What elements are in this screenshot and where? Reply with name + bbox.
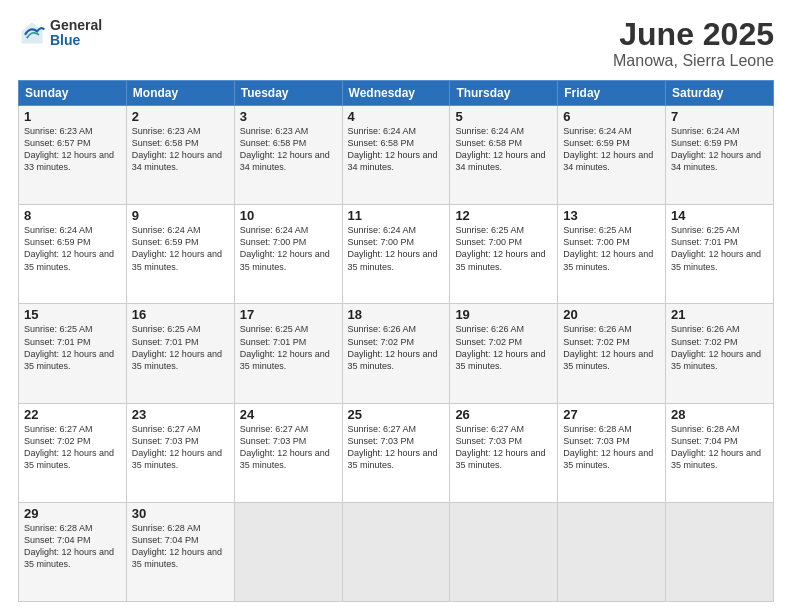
header-friday: Friday [558, 81, 666, 106]
logo-icon [18, 19, 46, 47]
day-number: 29 [24, 506, 121, 521]
title-block: June 2025 Manowa, Sierra Leone [613, 18, 774, 70]
day-number: 19 [455, 307, 552, 322]
day-cell: 2Sunrise: 6:23 AM Sunset: 6:58 PM Daylig… [126, 106, 234, 205]
logo: General Blue [18, 18, 102, 49]
calendar-table: SundayMondayTuesdayWednesdayThursdayFrid… [18, 80, 774, 602]
day-number: 17 [240, 307, 337, 322]
day-cell: 17Sunrise: 6:25 AM Sunset: 7:01 PM Dayli… [234, 304, 342, 403]
day-cell [450, 502, 558, 601]
logo-text: General Blue [50, 18, 102, 49]
day-content: Sunrise: 6:27 AM Sunset: 7:02 PM Dayligh… [24, 423, 121, 472]
calendar-subtitle: Manowa, Sierra Leone [613, 52, 774, 70]
day-number: 26 [455, 407, 552, 422]
day-cell: 7Sunrise: 6:24 AM Sunset: 6:59 PM Daylig… [666, 106, 774, 205]
week-row: 8Sunrise: 6:24 AM Sunset: 6:59 PM Daylig… [19, 205, 774, 304]
day-content: Sunrise: 6:25 AM Sunset: 7:01 PM Dayligh… [132, 323, 229, 372]
day-content: Sunrise: 6:24 AM Sunset: 6:59 PM Dayligh… [132, 224, 229, 273]
logo-general: General [50, 18, 102, 33]
day-cell: 29Sunrise: 6:28 AM Sunset: 7:04 PM Dayli… [19, 502, 127, 601]
day-number: 10 [240, 208, 337, 223]
day-content: Sunrise: 6:26 AM Sunset: 7:02 PM Dayligh… [455, 323, 552, 372]
header-thursday: Thursday [450, 81, 558, 106]
day-content: Sunrise: 6:28 AM Sunset: 7:04 PM Dayligh… [671, 423, 768, 472]
day-cell: 26Sunrise: 6:27 AM Sunset: 7:03 PM Dayli… [450, 403, 558, 502]
header-wednesday: Wednesday [342, 81, 450, 106]
day-cell: 25Sunrise: 6:27 AM Sunset: 7:03 PM Dayli… [342, 403, 450, 502]
day-cell: 9Sunrise: 6:24 AM Sunset: 6:59 PM Daylig… [126, 205, 234, 304]
day-number: 2 [132, 109, 229, 124]
header-sunday: Sunday [19, 81, 127, 106]
day-content: Sunrise: 6:24 AM Sunset: 6:59 PM Dayligh… [24, 224, 121, 273]
day-cell: 18Sunrise: 6:26 AM Sunset: 7:02 PM Dayli… [342, 304, 450, 403]
day-number: 4 [348, 109, 445, 124]
day-cell: 30Sunrise: 6:28 AM Sunset: 7:04 PM Dayli… [126, 502, 234, 601]
day-number: 22 [24, 407, 121, 422]
day-number: 1 [24, 109, 121, 124]
day-number: 30 [132, 506, 229, 521]
day-cell: 6Sunrise: 6:24 AM Sunset: 6:59 PM Daylig… [558, 106, 666, 205]
day-cell: 13Sunrise: 6:25 AM Sunset: 7:00 PM Dayli… [558, 205, 666, 304]
day-content: Sunrise: 6:26 AM Sunset: 7:02 PM Dayligh… [563, 323, 660, 372]
day-number: 18 [348, 307, 445, 322]
day-cell [234, 502, 342, 601]
header-saturday: Saturday [666, 81, 774, 106]
day-cell: 16Sunrise: 6:25 AM Sunset: 7:01 PM Dayli… [126, 304, 234, 403]
day-number: 9 [132, 208, 229, 223]
week-row: 29Sunrise: 6:28 AM Sunset: 7:04 PM Dayli… [19, 502, 774, 601]
day-cell: 22Sunrise: 6:27 AM Sunset: 7:02 PM Dayli… [19, 403, 127, 502]
day-number: 3 [240, 109, 337, 124]
day-cell: 14Sunrise: 6:25 AM Sunset: 7:01 PM Dayli… [666, 205, 774, 304]
day-content: Sunrise: 6:24 AM Sunset: 6:59 PM Dayligh… [563, 125, 660, 174]
day-content: Sunrise: 6:27 AM Sunset: 7:03 PM Dayligh… [455, 423, 552, 472]
day-number: 15 [24, 307, 121, 322]
day-cell [666, 502, 774, 601]
week-row: 15Sunrise: 6:25 AM Sunset: 7:01 PM Dayli… [19, 304, 774, 403]
day-number: 16 [132, 307, 229, 322]
day-content: Sunrise: 6:23 AM Sunset: 6:58 PM Dayligh… [240, 125, 337, 174]
day-content: Sunrise: 6:24 AM Sunset: 7:00 PM Dayligh… [240, 224, 337, 273]
day-cell: 4Sunrise: 6:24 AM Sunset: 6:58 PM Daylig… [342, 106, 450, 205]
day-cell: 11Sunrise: 6:24 AM Sunset: 7:00 PM Dayli… [342, 205, 450, 304]
day-number: 5 [455, 109, 552, 124]
day-cell [342, 502, 450, 601]
day-cell: 19Sunrise: 6:26 AM Sunset: 7:02 PM Dayli… [450, 304, 558, 403]
calendar-title: June 2025 [613, 18, 774, 50]
day-content: Sunrise: 6:23 AM Sunset: 6:57 PM Dayligh… [24, 125, 121, 174]
day-content: Sunrise: 6:24 AM Sunset: 6:59 PM Dayligh… [671, 125, 768, 174]
day-content: Sunrise: 6:25 AM Sunset: 7:00 PM Dayligh… [455, 224, 552, 273]
day-number: 8 [24, 208, 121, 223]
day-cell: 23Sunrise: 6:27 AM Sunset: 7:03 PM Dayli… [126, 403, 234, 502]
day-content: Sunrise: 6:25 AM Sunset: 7:01 PM Dayligh… [240, 323, 337, 372]
day-content: Sunrise: 6:26 AM Sunset: 7:02 PM Dayligh… [671, 323, 768, 372]
day-number: 25 [348, 407, 445, 422]
day-number: 23 [132, 407, 229, 422]
day-number: 14 [671, 208, 768, 223]
day-number: 11 [348, 208, 445, 223]
page: General Blue June 2025 Manowa, Sierra Le… [0, 0, 792, 612]
day-content: Sunrise: 6:25 AM Sunset: 7:01 PM Dayligh… [24, 323, 121, 372]
day-number: 7 [671, 109, 768, 124]
day-cell: 12Sunrise: 6:25 AM Sunset: 7:00 PM Dayli… [450, 205, 558, 304]
day-cell: 10Sunrise: 6:24 AM Sunset: 7:00 PM Dayli… [234, 205, 342, 304]
day-cell: 21Sunrise: 6:26 AM Sunset: 7:02 PM Dayli… [666, 304, 774, 403]
header-tuesday: Tuesday [234, 81, 342, 106]
day-number: 6 [563, 109, 660, 124]
day-content: Sunrise: 6:28 AM Sunset: 7:04 PM Dayligh… [132, 522, 229, 571]
logo-blue: Blue [50, 33, 102, 48]
day-content: Sunrise: 6:27 AM Sunset: 7:03 PM Dayligh… [240, 423, 337, 472]
day-cell: 15Sunrise: 6:25 AM Sunset: 7:01 PM Dayli… [19, 304, 127, 403]
day-number: 27 [563, 407, 660, 422]
day-cell: 1Sunrise: 6:23 AM Sunset: 6:57 PM Daylig… [19, 106, 127, 205]
day-number: 24 [240, 407, 337, 422]
day-cell: 3Sunrise: 6:23 AM Sunset: 6:58 PM Daylig… [234, 106, 342, 205]
header-monday: Monday [126, 81, 234, 106]
day-cell: 20Sunrise: 6:26 AM Sunset: 7:02 PM Dayli… [558, 304, 666, 403]
day-number: 20 [563, 307, 660, 322]
day-cell [558, 502, 666, 601]
day-content: Sunrise: 6:26 AM Sunset: 7:02 PM Dayligh… [348, 323, 445, 372]
day-cell: 24Sunrise: 6:27 AM Sunset: 7:03 PM Dayli… [234, 403, 342, 502]
day-content: Sunrise: 6:24 AM Sunset: 6:58 PM Dayligh… [455, 125, 552, 174]
day-content: Sunrise: 6:27 AM Sunset: 7:03 PM Dayligh… [132, 423, 229, 472]
day-content: Sunrise: 6:28 AM Sunset: 7:04 PM Dayligh… [24, 522, 121, 571]
